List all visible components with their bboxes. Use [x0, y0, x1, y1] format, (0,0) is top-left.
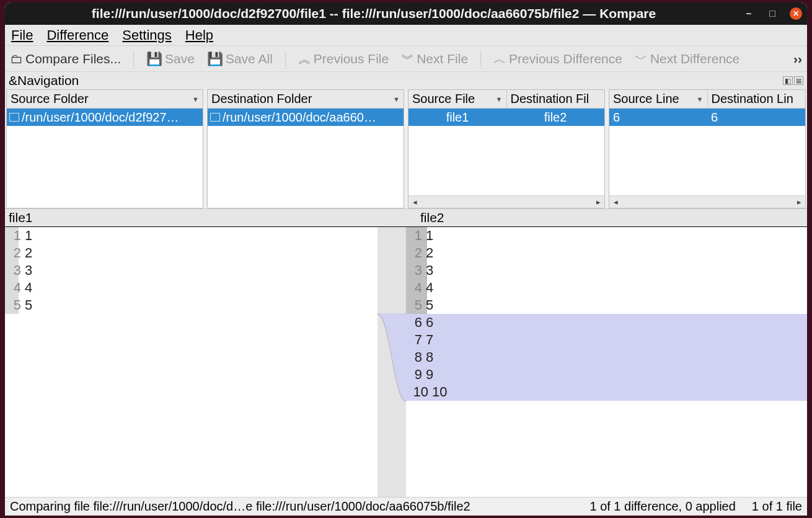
destination-line-header[interactable]: Destination Lin: [708, 90, 806, 108]
next-file-button[interactable]: ︾ Next File: [401, 50, 468, 68]
sort-indicator-icon: ▼: [393, 96, 400, 103]
line-text: 9: [425, 367, 433, 383]
lines-hscrollbar[interactable]: ◂ ▸: [609, 195, 805, 208]
diff-view: 1122334455 1122334455667788991010: [5, 227, 807, 497]
scroll-right-icon[interactable]: ▸: [592, 197, 604, 207]
file-row[interactable]: file1 file2: [408, 109, 604, 126]
line-number: 8: [406, 349, 425, 365]
folder-icon: [210, 113, 220, 122]
line-number: 7: [406, 332, 425, 348]
previous-file-button[interactable]: ︽ Previous File: [298, 50, 389, 68]
scroll-left-icon[interactable]: ◂: [609, 197, 622, 207]
source-folder-header[interactable]: Source Folder ▼: [7, 90, 203, 108]
line-number: 5: [5, 297, 24, 313]
files-hscrollbar[interactable]: ◂ ▸: [408, 195, 604, 208]
diff-line[interactable]: 44: [5, 279, 406, 297]
destination-folder-header[interactable]: Destination Folder ▼: [208, 90, 404, 108]
sort-indicator-icon: ▼: [697, 96, 704, 103]
destination-folder-item[interactable]: /run/user/1000/doc/aa660…: [208, 109, 404, 126]
titlebar[interactable]: file:///run/user/1000/doc/d2f92700/file1…: [5, 2, 807, 25]
diff-line[interactable]: 22: [5, 244, 406, 262]
previous-difference-button[interactable]: ︿ Previous Difference: [493, 50, 622, 68]
scroll-left-icon[interactable]: ◂: [408, 197, 421, 207]
right-lines: 1122334455667788991010: [406, 227, 807, 401]
compare-files-button[interactable]: 🗀 Compare Files...: [10, 51, 121, 66]
source-folder-item[interactable]: /run/user/1000/doc/d2f927…: [7, 109, 203, 126]
scroll-right-icon[interactable]: ▸: [793, 197, 805, 207]
line-text: 3: [24, 262, 32, 279]
status-diffs: 1 of 1 difference, 0 applied: [589, 499, 735, 514]
diff-header: file1 file2: [5, 208, 807, 227]
diff-line[interactable]: 44: [406, 279, 807, 297]
menu-difference[interactable]: Difference: [46, 27, 108, 43]
diff-connector-icon: [377, 313, 406, 401]
window-controls: – □ ✕: [743, 7, 802, 20]
diff-line[interactable]: 11: [5, 227, 406, 244]
diff-right-pane[interactable]: 1122334455667788991010: [406, 227, 807, 497]
destination-file-header[interactable]: Destination Fil: [507, 90, 605, 108]
toolbar-overflow-button[interactable]: ››: [793, 51, 802, 66]
toolbar-separator: [480, 51, 481, 67]
diff-line[interactable]: 33: [406, 262, 807, 279]
source-line-header[interactable]: Source Line ▼: [609, 90, 708, 108]
line-row[interactable]: 6 6: [609, 109, 805, 126]
toolbar-separator: [285, 51, 286, 67]
line-number: 10: [406, 384, 431, 400]
minimize-button[interactable]: –: [743, 7, 755, 20]
diff-line[interactable]: 66: [406, 314, 807, 331]
navigation-panels: Source Folder ▼ /run/user/1000/doc/d2f92…: [5, 89, 807, 208]
toolbar: 🗀 Compare Files... 💾 Save 💾 Save All ︽ P…: [5, 46, 807, 72]
down-icon: ﹀: [635, 50, 648, 68]
diff-line[interactable]: 33: [5, 262, 406, 279]
close-panel-icon[interactable]: ⊠: [794, 76, 803, 85]
left-file-label: file1: [5, 209, 395, 226]
main-window: file:///run/user/1000/doc/d2f92700/file1…: [5, 2, 807, 516]
line-text: 7: [425, 332, 433, 348]
diff-line[interactable]: 77: [406, 331, 807, 349]
line-number: 6: [406, 315, 425, 331]
next-difference-button[interactable]: ﹀ Next Difference: [635, 50, 739, 68]
sort-indicator-icon: ▼: [496, 96, 503, 103]
sort-indicator-icon: ▼: [192, 96, 199, 103]
dock-undock-icon[interactable]: ◧: [783, 76, 793, 85]
source-file-header[interactable]: Source File ▼: [408, 90, 507, 108]
diff-line[interactable]: 88: [406, 349, 807, 366]
save-all-icon: 💾: [207, 51, 223, 66]
folder-open-icon: 🗀: [10, 51, 23, 66]
line-number: 2: [406, 245, 425, 261]
diff-left-pane[interactable]: 1122334455: [5, 227, 406, 497]
toolbar-separator: [133, 51, 134, 67]
statusbar: Comparing file file:///run/user/1000/doc…: [5, 497, 807, 516]
line-number: 3: [5, 262, 24, 279]
line-text: 2: [425, 245, 433, 261]
left-lines: 1122334455: [5, 227, 406, 314]
line-text: 3: [425, 262, 433, 279]
diff-line[interactable]: 55: [5, 297, 406, 314]
menubar: File Difference Settings Help: [5, 25, 807, 46]
lines-panel: Source Line ▼ Destination Lin 6 6 ◂ ▸: [609, 89, 806, 208]
line-number: 2: [5, 245, 24, 261]
line-number: 5: [406, 297, 425, 313]
right-file-label: file2: [395, 209, 807, 226]
diff-line[interactable]: 55: [406, 297, 807, 314]
diff-line[interactable]: 11: [406, 227, 807, 244]
line-number: 3: [406, 262, 425, 279]
diff-line[interactable]: 1010: [406, 383, 807, 401]
line-text: 8: [425, 349, 433, 365]
save-all-button[interactable]: 💾 Save All: [207, 51, 273, 66]
files-panel: Source File ▼ Destination Fil file1 file…: [408, 89, 605, 208]
diff-line[interactable]: 22: [406, 244, 807, 262]
save-button[interactable]: 💾 Save: [146, 51, 195, 66]
line-text: 4: [24, 280, 32, 296]
navigation-header: &Navigation ◧ ⊠: [5, 72, 807, 89]
status-comparing: Comparing file file:///run/user/1000/doc…: [10, 499, 573, 514]
maximize-button[interactable]: □: [766, 7, 779, 20]
menu-file[interactable]: File: [11, 27, 33, 43]
status-files: 1 of 1 file: [752, 499, 802, 514]
line-number: 4: [5, 280, 24, 296]
diff-line[interactable]: 99: [406, 366, 807, 383]
menu-help[interactable]: Help: [185, 27, 213, 43]
close-button[interactable]: ✕: [790, 7, 802, 20]
menu-settings[interactable]: Settings: [122, 27, 172, 43]
line-number: 1: [406, 228, 425, 244]
